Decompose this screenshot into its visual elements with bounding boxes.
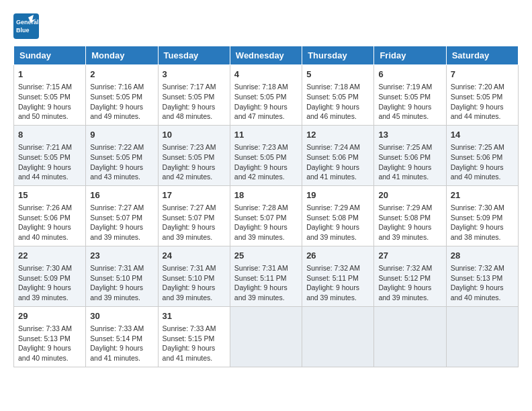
sunrise-label: Sunrise: 7:20 AM (451, 83, 504, 91)
calendar-cell (446, 306, 518, 367)
sunset-label: Sunset: 5:10 PM (90, 274, 142, 282)
sunset-label: Sunset: 5:09 PM (451, 214, 503, 222)
daylight-label: Daylight: 9 hours and 46 minutes. (306, 103, 359, 121)
sunrise-label: Sunrise: 7:30 AM (18, 264, 72, 272)
page-header: General Blue (13, 13, 519, 39)
daylight-label: Daylight: 9 hours and 40 minutes. (18, 223, 71, 241)
daylight-label: Daylight: 9 hours and 39 minutes. (234, 223, 287, 241)
sunrise-label: Sunrise: 7:33 AM (163, 324, 216, 332)
calendar-cell: 6 Sunrise: 7:19 AM Sunset: 5:05 PM Dayli… (374, 65, 446, 126)
calendar-cell (374, 306, 446, 367)
day-number: 17 (163, 189, 226, 201)
weekday-header: Wednesday (230, 46, 302, 65)
sunset-label: Sunset: 5:14 PM (90, 334, 142, 342)
daylight-label: Daylight: 9 hours and 39 minutes. (378, 283, 431, 302)
day-number: 13 (378, 129, 441, 141)
sunset-label: Sunset: 5:15 PM (163, 334, 215, 342)
sunrise-label: Sunrise: 7:19 AM (378, 83, 432, 91)
sunrise-label: Sunrise: 7:18 AM (234, 83, 288, 91)
day-number: 2 (90, 68, 153, 81)
daylight-label: Daylight: 9 hours and 39 minutes. (18, 283, 71, 302)
calendar-cell: 22 Sunrise: 7:30 AM Sunset: 5:09 PM Dayl… (14, 246, 86, 306)
day-number: 5 (306, 68, 369, 81)
weekday-header: Friday (374, 46, 446, 65)
sunset-label: Sunset: 5:05 PM (90, 93, 142, 101)
calendar-cell: 18 Sunrise: 7:28 AM Sunset: 5:07 PM Dayl… (230, 185, 302, 246)
calendar-cell: 5 Sunrise: 7:18 AM Sunset: 5:05 PM Dayli… (302, 65, 374, 126)
calendar-cell: 21 Sunrise: 7:30 AM Sunset: 5:09 PM Dayl… (446, 185, 518, 246)
sunset-label: Sunset: 5:10 PM (163, 274, 215, 282)
daylight-label: Daylight: 9 hours and 44 minutes. (451, 103, 504, 121)
calendar-cell: 29 Sunrise: 7:33 AM Sunset: 5:13 PM Dayl… (14, 306, 86, 367)
sunrise-label: Sunrise: 7:18 AM (306, 83, 360, 91)
sunset-label: Sunset: 5:05 PM (451, 93, 503, 101)
day-number: 12 (306, 129, 369, 141)
daylight-label: Daylight: 9 hours and 39 minutes. (306, 223, 359, 241)
calendar-cell: 19 Sunrise: 7:29 AM Sunset: 5:08 PM Dayl… (302, 185, 374, 246)
calendar-cell: 27 Sunrise: 7:32 AM Sunset: 5:12 PM Dayl… (374, 246, 446, 306)
calendar-cell: 12 Sunrise: 7:24 AM Sunset: 5:06 PM Dayl… (302, 125, 374, 185)
day-number: 10 (163, 129, 226, 141)
sunrise-label: Sunrise: 7:16 AM (90, 83, 144, 91)
calendar-week-row: 1 Sunrise: 7:15 AM Sunset: 5:05 PM Dayli… (14, 65, 519, 126)
sunrise-label: Sunrise: 7:25 AM (451, 143, 504, 151)
day-number: 14 (451, 129, 514, 141)
sunset-label: Sunset: 5:07 PM (234, 214, 287, 222)
daylight-label: Daylight: 9 hours and 39 minutes. (234, 283, 287, 302)
sunrise-label: Sunrise: 7:23 AM (234, 143, 288, 151)
sunset-label: Sunset: 5:05 PM (378, 93, 431, 101)
daylight-label: Daylight: 9 hours and 50 minutes. (18, 103, 71, 121)
sunset-label: Sunset: 5:05 PM (234, 153, 287, 161)
calendar-cell: 23 Sunrise: 7:31 AM Sunset: 5:10 PM Dayl… (86, 246, 158, 306)
calendar-cell: 16 Sunrise: 7:27 AM Sunset: 5:07 PM Dayl… (86, 185, 158, 246)
daylight-label: Daylight: 9 hours and 41 minutes. (90, 344, 143, 362)
calendar-cell: 28 Sunrise: 7:32 AM Sunset: 5:13 PM Dayl… (446, 246, 518, 306)
sunrise-label: Sunrise: 7:23 AM (163, 143, 216, 151)
calendar-cell: 3 Sunrise: 7:17 AM Sunset: 5:05 PM Dayli… (158, 65, 230, 126)
sunset-label: Sunset: 5:05 PM (18, 153, 71, 161)
svg-rect-0 (13, 13, 39, 39)
calendar-cell: 4 Sunrise: 7:18 AM Sunset: 5:05 PM Dayli… (230, 65, 302, 126)
calendar-cell: 10 Sunrise: 7:23 AM Sunset: 5:05 PM Dayl… (158, 125, 230, 185)
sunrise-label: Sunrise: 7:17 AM (163, 83, 216, 91)
sunset-label: Sunset: 5:05 PM (306, 93, 359, 101)
sunset-label: Sunset: 5:06 PM (306, 153, 359, 161)
calendar-week-row: 22 Sunrise: 7:30 AM Sunset: 5:09 PM Dayl… (14, 246, 519, 306)
sunset-label: Sunset: 5:05 PM (18, 93, 71, 101)
sunrise-label: Sunrise: 7:29 AM (306, 203, 360, 212)
daylight-label: Daylight: 9 hours and 39 minutes. (306, 283, 359, 302)
sunrise-label: Sunrise: 7:15 AM (18, 83, 72, 91)
sunset-label: Sunset: 5:08 PM (306, 214, 359, 222)
daylight-label: Daylight: 9 hours and 44 minutes. (18, 163, 71, 181)
sunset-label: Sunset: 5:05 PM (163, 93, 215, 101)
day-number: 26 (306, 250, 369, 262)
sunset-label: Sunset: 5:11 PM (234, 274, 287, 282)
day-number: 6 (378, 68, 441, 81)
sunset-label: Sunset: 5:08 PM (378, 214, 431, 222)
sunset-label: Sunset: 5:12 PM (378, 274, 431, 282)
sunrise-label: Sunrise: 7:27 AM (90, 203, 144, 212)
sunrise-label: Sunrise: 7:32 AM (451, 264, 504, 272)
calendar-cell: 11 Sunrise: 7:23 AM Sunset: 5:05 PM Dayl… (230, 125, 302, 185)
calendar-cell: 15 Sunrise: 7:26 AM Sunset: 5:06 PM Dayl… (14, 185, 86, 246)
daylight-label: Daylight: 9 hours and 40 minutes. (18, 344, 71, 362)
calendar-cell: 30 Sunrise: 7:33 AM Sunset: 5:14 PM Dayl… (86, 306, 158, 367)
daylight-label: Daylight: 9 hours and 47 minutes. (234, 103, 287, 121)
daylight-label: Daylight: 9 hours and 42 minutes. (163, 163, 216, 181)
day-number: 29 (18, 310, 81, 322)
daylight-label: Daylight: 9 hours and 41 minutes. (306, 163, 359, 181)
calendar-cell: 13 Sunrise: 7:25 AM Sunset: 5:06 PM Dayl… (374, 125, 446, 185)
calendar-week-row: 29 Sunrise: 7:33 AM Sunset: 5:13 PM Dayl… (14, 306, 519, 367)
sunrise-label: Sunrise: 7:21 AM (18, 143, 72, 151)
day-number: 11 (234, 129, 298, 141)
daylight-label: Daylight: 9 hours and 42 minutes. (234, 163, 287, 181)
sunset-label: Sunset: 5:06 PM (378, 153, 431, 161)
sunset-label: Sunset: 5:07 PM (163, 214, 215, 222)
day-number: 9 (90, 129, 153, 141)
day-number: 21 (451, 189, 514, 201)
sunrise-label: Sunrise: 7:33 AM (18, 324, 72, 332)
daylight-label: Daylight: 9 hours and 41 minutes. (163, 344, 216, 362)
daylight-label: Daylight: 9 hours and 39 minutes. (90, 283, 143, 302)
weekday-header: Monday (86, 46, 158, 65)
calendar-cell: 8 Sunrise: 7:21 AM Sunset: 5:05 PM Dayli… (14, 125, 86, 185)
